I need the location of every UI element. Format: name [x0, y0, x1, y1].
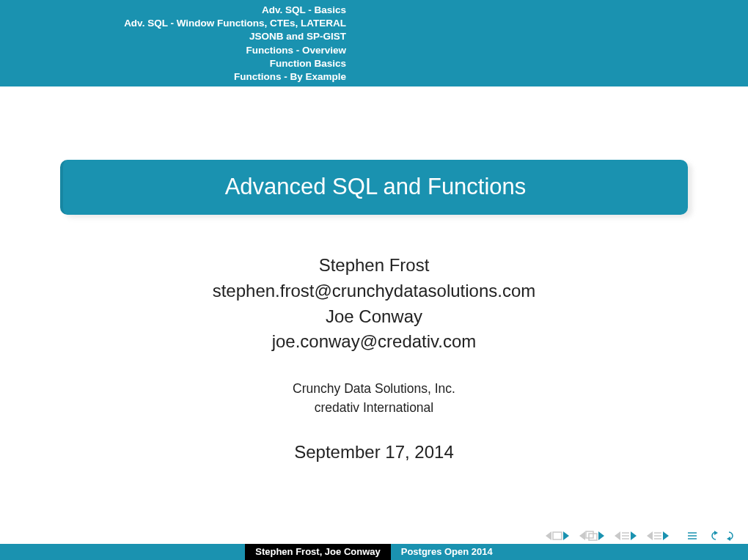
author-name: Stephen Frost — [0, 253, 748, 279]
affiliation: credativ International — [0, 399, 748, 417]
svg-marker-12 — [647, 531, 653, 540]
nav-doc-group[interactable] — [647, 531, 669, 541]
section-nav: Adv. SQL - Basics Adv. SQL - Window Func… — [124, 4, 346, 84]
nav-item[interactable]: Adv. SQL - Basics — [124, 4, 346, 17]
author-email: joe.conway@credativ.com — [0, 329, 748, 355]
svg-marker-16 — [663, 531, 669, 540]
nav-item[interactable]: JSONB and SP-GIST — [124, 30, 346, 43]
svg-marker-3 — [579, 531, 585, 540]
affiliation: Crunchy Data Solutions, Inc. — [0, 380, 748, 398]
frame-icon — [551, 531, 563, 540]
footer-bar: Stephen Frost, Joe ConwayPostgres Open 2… — [0, 544, 748, 560]
svg-marker-6 — [598, 531, 604, 540]
nav-item[interactable]: Functions - By Example — [124, 70, 346, 84]
nav-subsection-group[interactable] — [579, 531, 604, 541]
beamer-nav-icons — [546, 531, 733, 541]
svg-marker-11 — [631, 531, 637, 540]
svg-marker-2 — [563, 531, 569, 540]
author-email: stephen.frost@crunchydatasolutions.com — [0, 279, 748, 304]
nav-back-forward-icon[interactable] — [711, 531, 733, 541]
nav-section-group[interactable] — [615, 531, 637, 541]
authors-block: Stephen Frost stephen.frost@crunchydatas… — [0, 253, 748, 355]
title-block: Advanced SQL and Functions — [60, 160, 688, 215]
footer-event: Postgres Open 2014 — [391, 544, 503, 560]
nav-item[interactable]: Functions - Overview — [124, 44, 346, 57]
nav-item[interactable]: Function Basics — [124, 57, 346, 70]
doc-icon — [653, 531, 663, 541]
subsection-icon — [585, 531, 598, 541]
svg-rect-4 — [586, 531, 593, 538]
presentation-title: Advanced SQL and Functions — [60, 160, 688, 215]
svg-marker-0 — [546, 531, 551, 540]
svg-marker-20 — [714, 531, 718, 535]
affiliations-block: Crunchy Data Solutions, Inc. credativ In… — [0, 380, 748, 417]
nav-item[interactable]: Adv. SQL - Window Functions, CTEs, LATER… — [124, 17, 346, 30]
nav-frame-group[interactable] — [546, 531, 569, 540]
svg-rect-1 — [553, 532, 562, 539]
footer-authors: Stephen Frost, Joe Conway — [245, 544, 390, 560]
header-nav-bar: Adv. SQL - Basics Adv. SQL - Window Func… — [0, 0, 748, 86]
presentation-date: September 17, 2014 — [0, 442, 748, 463]
section-icon — [620, 531, 631, 541]
svg-marker-21 — [727, 537, 730, 541]
nav-presentation-icon[interactable] — [686, 531, 698, 541]
svg-marker-7 — [615, 531, 620, 540]
author-name: Joe Conway — [0, 304, 748, 330]
